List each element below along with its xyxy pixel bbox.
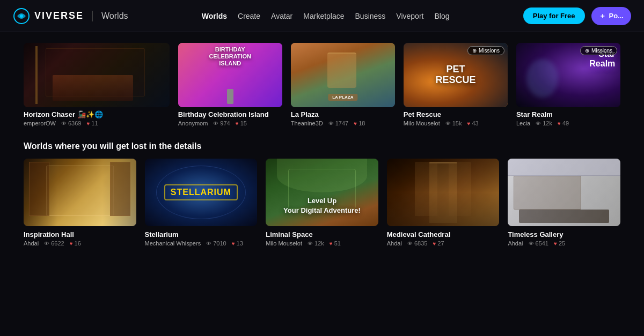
nav-divider	[92, 11, 93, 21]
heart-icon: ♥	[86, 121, 90, 126]
heart-icon-6: ♥	[70, 241, 73, 247]
nav-right: Play for Free ＋ Po...	[523, 7, 631, 25]
nav-left: VIVERSE Worlds	[13, 8, 128, 25]
world-title-petrescue: Pet Rescue	[404, 110, 508, 118]
heart-icon-4: ♥	[467, 121, 470, 126]
portal-button[interactable]: ＋ Po...	[591, 7, 631, 25]
world-meta-petrescue: Milo Mouselot 👁 15k ♥ 43	[404, 120, 508, 126]
world-meta-cathedral: Ahdai 👁 6835 ♥ 27	[387, 240, 500, 247]
heart-icon-5: ♥	[558, 121, 561, 126]
missions-label: Missions	[479, 48, 500, 54]
svg-point-1	[20, 14, 23, 18]
world-likes-starrealm: ♥ 49	[558, 120, 569, 126]
world-card-stellarium[interactable]: STELLARIUM Stellarium Mechanical Whisper…	[145, 159, 258, 247]
plaza-bg: LA PLAZA	[291, 43, 395, 107]
portal-label: Po...	[609, 12, 624, 20]
world-thumb-timeless	[508, 159, 620, 226]
world-author-stellarium: Mechanical Whispers	[145, 240, 201, 247]
world-thumb-liminal: Level UpYour Digital Adventure!	[266, 159, 378, 226]
eye-icon-2: 👁	[213, 121, 218, 126]
missions-icon: ⊕	[472, 48, 477, 54]
heart-icon-9: ♥	[433, 241, 436, 247]
world-card-plaza[interactable]: LA PLAZA La Plaza Theanine3D 👁 1747 ♥ 18	[291, 43, 395, 126]
eye-icon-9: 👁	[407, 241, 413, 247]
eye-icon-5: 👁	[536, 121, 541, 126]
play-free-button[interactable]: Play for Free	[523, 8, 585, 24]
world-title-cathedral: Medieval Cathedral	[387, 230, 500, 238]
viverse-logo-icon	[13, 8, 30, 25]
world-card-horizon[interactable]: Horizon Chaser 🚂✨🌐 emperorOW 👁 6369 ♥ 11	[24, 43, 170, 126]
world-card-liminal[interactable]: Level UpYour Digital Adventure! Liminal …	[266, 159, 378, 247]
nav-page-title: Worlds	[101, 11, 128, 21]
nav-link-blog[interactable]: Blog	[434, 12, 449, 20]
likes-count: 16	[75, 240, 81, 247]
nav-link-avatar[interactable]: Avatar	[271, 12, 292, 20]
world-card-petrescue[interactable]: PETRESCUE ⊕ Missions Pet Rescue Milo Mou…	[404, 43, 508, 126]
views-count: 12k	[543, 120, 552, 126]
world-author-horizon: emperorOW	[24, 120, 56, 126]
nav-link-marketplace[interactable]: Marketplace	[303, 12, 344, 20]
world-views-petrescue: 👁 15k	[445, 120, 462, 126]
world-thumb-inspiration	[24, 159, 136, 226]
world-author-starrealm: Lecia	[516, 120, 530, 126]
world-title-horizon: Horizon Chaser 🚂✨🌐	[24, 110, 170, 118]
likes-count: 51	[334, 240, 341, 247]
world-author-cathedral: Ahdai	[387, 240, 402, 247]
world-author-timeless: Ahdai	[508, 240, 523, 247]
world-meta-starrealm: Lecia 👁 12k ♥ 49	[516, 120, 620, 126]
world-card-birthday[interactable]: BIRTHDAYCELEBRATIONISLAND Birthday Celeb…	[178, 43, 282, 126]
missions-icon-2: ⊕	[585, 48, 589, 54]
world-views-birthday: 👁 974	[213, 120, 230, 126]
nav-link-viveport[interactable]: Viveport	[396, 12, 423, 20]
world-title-timeless: Timeless Gallery	[508, 230, 620, 238]
world-card-starrealm[interactable]: StarRealm ⊕ Missions Star Realm Lecia 👁 …	[516, 43, 620, 126]
missions-badge-petrescue: ⊕ Missions	[467, 46, 504, 55]
views-count: 1747	[335, 120, 348, 126]
world-views-timeless: 👁 6541	[529, 240, 548, 247]
world-author-plaza: Theanine3D	[291, 120, 323, 126]
logo-area[interactable]: VIVERSE	[13, 8, 84, 25]
views-count: 15k	[452, 120, 462, 126]
views-count: 6369	[68, 120, 81, 126]
world-card-inspiration[interactable]: Inspiration Hall Ahdai 👁 6622 ♥ 16	[24, 159, 136, 247]
world-likes-stellarium: ♥ 13	[232, 240, 243, 247]
world-likes-liminal: ♥ 51	[330, 240, 341, 247]
eye-icon-7: 👁	[206, 241, 211, 247]
views-count: 7010	[213, 240, 226, 247]
world-thumb-starrealm: StarRealm ⊕ Missions	[516, 43, 620, 107]
world-title-liminal: Liminal Space	[266, 230, 378, 238]
section-title: Worlds where you will get lost in the de…	[24, 141, 620, 151]
nav-link-create[interactable]: Create	[238, 12, 260, 20]
likes-count: 49	[562, 120, 569, 126]
nav-link-worlds[interactable]: Worlds	[202, 12, 227, 20]
likes-count: 25	[559, 240, 565, 247]
eye-icon: 👁	[61, 121, 67, 126]
views-count: 6622	[51, 240, 64, 247]
world-author-petrescue: Milo Mouselot	[404, 120, 440, 126]
world-views-cathedral: 👁 6835	[407, 240, 427, 247]
horizon-bg	[24, 43, 170, 107]
world-meta-stellarium: Mechanical Whispers 👁 7010 ♥ 13	[145, 240, 258, 247]
world-views-liminal: 👁 12k	[308, 240, 324, 247]
main-content: Horizon Chaser 🚂✨🌐 emperorOW 👁 6369 ♥ 11	[0, 32, 644, 257]
eye-icon-6: 👁	[44, 241, 49, 247]
likes-count: 18	[358, 120, 365, 126]
world-meta-plaza: Theanine3D 👁 1747 ♥ 18	[291, 120, 395, 126]
world-views-plaza: 👁 1747	[328, 120, 348, 126]
world-author-liminal: Milo Mouselot	[266, 240, 302, 247]
world-card-timeless[interactable]: Timeless Gallery Ahdai 👁 6541 ♥ 25	[508, 159, 620, 247]
nav-link-business[interactable]: Business	[355, 12, 386, 20]
eye-icon-4: 👁	[445, 121, 451, 126]
heart-icon-8: ♥	[330, 241, 333, 247]
navbar: VIVERSE Worlds Worlds Create Avatar Mark…	[0, 0, 644, 32]
eye-icon-8: 👁	[308, 241, 313, 247]
world-views-stellarium: 👁 7010	[206, 240, 226, 247]
birthday-bg: BIRTHDAYCELEBRATIONISLAND	[178, 43, 282, 107]
world-likes-timeless: ♥ 25	[554, 240, 565, 247]
level-up-text: Level UpYour Digital Adventure!	[283, 196, 361, 215]
world-card-cathedral[interactable]: Medieval Cathedral Ahdai 👁 6835 ♥ 27	[387, 159, 500, 247]
logo-text: VIVERSE	[34, 10, 84, 21]
heart-icon-10: ♥	[554, 241, 557, 247]
world-likes-cathedral: ♥ 27	[433, 240, 444, 247]
views-count: 6541	[536, 240, 548, 247]
